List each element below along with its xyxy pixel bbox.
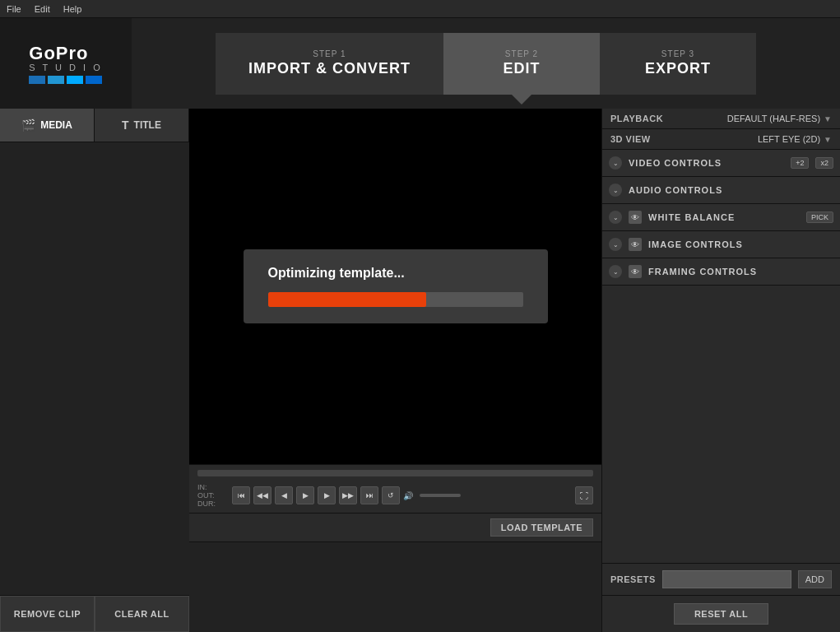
tab-title[interactable]: T TITLE — [95, 109, 189, 142]
presets-label: PRESETS — [610, 574, 656, 584]
playback-section: PLAYBACK DEFAULT (HALF-RES) ▼ — [602, 109, 840, 129]
clear-all-button[interactable]: CLEAR ALL — [95, 596, 189, 632]
loop-button[interactable]: ↺ — [382, 486, 400, 504]
view3d-label: 3D VIEW — [610, 134, 651, 144]
framing-controls-section: ⌄ 👁 FRAMING CONTROLS — [602, 258, 840, 286]
white-balance-eye[interactable]: 👁 — [629, 211, 642, 224]
image-controls-section: ⌄ 👁 IMAGE CONTROLS — [602, 231, 840, 258]
load-template-button[interactable]: LOAD TEMPLATE — [490, 518, 593, 537]
progress-bar-background — [268, 292, 523, 307]
bottom-right: RESET ALL — [602, 595, 840, 632]
video-controls-bar: IN: OUT: DUR: ⏮ ◀◀ ◀ ▶ ▶ ▶▶ ⏭ ↺ 🔊 ⛶ — [189, 464, 601, 513]
step-forward-button[interactable]: ▶ — [318, 486, 336, 504]
media-icon: 🎬 — [21, 118, 35, 132]
playback-row: PLAYBACK DEFAULT (HALF-RES) ▼ — [610, 114, 832, 123]
left-tabs: 🎬 MEDIA T TITLE — [0, 109, 189, 142]
menu-file[interactable]: File — [7, 4, 21, 14]
playback-dropdown[interactable]: DEFAULT (HALF-RES) ▼ — [727, 114, 832, 123]
remove-clip-button[interactable]: REMOVE CLIP — [0, 596, 95, 632]
reset-all-button[interactable]: RESET ALL — [674, 603, 768, 625]
fullscreen-button[interactable]: ⛶ — [575, 486, 593, 504]
video-controls-chevron: ⌄ — [609, 156, 622, 170]
playback-value: DEFAULT (HALF-RES) — [727, 114, 820, 123]
dur-label: DUR: — [197, 500, 222, 508]
studio-text: S T U D I O — [29, 63, 102, 72]
playback-controls-row: IN: OUT: DUR: ⏮ ◀◀ ◀ ▶ ▶ ▶▶ ⏭ ↺ 🔊 ⛶ — [197, 483, 593, 508]
gopro-name: GoPro — [29, 43, 88, 64]
left-panel: 🎬 MEDIA T TITLE REMOVE CLIP CLEAR ALL — [0, 109, 189, 632]
image-controls-name: IMAGE CONTROLS — [648, 239, 833, 249]
prev-frame-button[interactable]: ◀◀ — [253, 486, 271, 504]
tab-title-label: TITLE — [134, 119, 161, 131]
left-media-content — [0, 142, 189, 595]
video-controls-section: ⌄ VIDEO CONTROLS +2 x2 — [602, 150, 840, 177]
framing-controls-chevron: ⌄ — [609, 265, 622, 278]
view3d-dropdown[interactable]: LEFT EYE (2D) ▼ — [758, 134, 832, 144]
white-balance-header[interactable]: ⌄ 👁 WHITE BALANCE PICK — [602, 204, 840, 230]
progress-title: Optimizing template... — [268, 266, 523, 281]
presets-add-button[interactable]: ADD — [798, 570, 832, 588]
step-3-name: EXPORT — [645, 60, 711, 77]
in-label: IN: — [197, 483, 222, 491]
audio-controls-name: AUDIO CONTROLS — [629, 185, 833, 195]
image-controls-chevron: ⌄ — [609, 238, 622, 251]
logo-area: GoPro S T U D I O — [0, 18, 132, 109]
tab-media[interactable]: 🎬 MEDIA — [0, 109, 95, 142]
step-back-button[interactable]: ◀ — [275, 486, 293, 504]
step-1-button[interactable]: STEP 1 IMPORT & CONVERT — [216, 33, 443, 95]
step-2-name: EDIT — [503, 60, 540, 77]
menu-edit[interactable]: Edit — [35, 4, 50, 14]
white-balance-pick[interactable]: PICK — [806, 211, 833, 223]
audio-controls-section: ⌄ AUDIO CONTROLS — [602, 177, 840, 204]
white-balance-chevron: ⌄ — [609, 211, 622, 224]
video-preview: Optimizing template... — [189, 109, 601, 464]
center-panel: Optimizing template... IN: OUT: DUR: ⏮ ◀… — [189, 109, 601, 632]
logo-block-2 — [48, 76, 64, 84]
playback-dropdown-arrow: ▼ — [824, 114, 832, 123]
step-2-number: STEP 2 — [505, 49, 538, 58]
right-panel: PLAYBACK DEFAULT (HALF-RES) ▼ 3D VIEW LE… — [601, 109, 840, 632]
out-label: OUT: — [197, 491, 222, 500]
audio-controls-chevron: ⌄ — [609, 184, 622, 197]
video-badge-1: +2 — [791, 157, 809, 169]
logo-block-3 — [67, 76, 83, 84]
controls-list: ⌄ VIDEO CONTROLS +2 x2 ⌄ AUDIO CONTROLS … — [602, 150, 840, 563]
image-controls-header[interactable]: ⌄ 👁 IMAGE CONTROLS — [602, 231, 840, 258]
framing-controls-eye[interactable]: 👁 — [629, 265, 642, 278]
step-1-number: STEP 1 — [313, 49, 346, 58]
gopro-logo: GoPro S T U D I O — [29, 43, 102, 84]
video-controls-header[interactable]: ⌄ VIDEO CONTROLS +2 x2 — [602, 150, 840, 176]
view3d-section: 3D VIEW LEFT EYE (2D) ▼ — [602, 129, 840, 150]
framing-controls-header[interactable]: ⌄ 👁 FRAMING CONTROLS — [602, 258, 840, 285]
volume-icon: 🔊 — [403, 491, 413, 500]
view3d-value: LEFT EYE (2D) — [758, 134, 820, 144]
tab-media-label: MEDIA — [40, 119, 72, 131]
timeline-track[interactable] — [197, 470, 593, 476]
menubar: File Edit Help — [0, 0, 840, 18]
menu-help[interactable]: Help — [63, 4, 82, 14]
step-3-number: STEP 3 — [661, 49, 694, 58]
main-layout: 🎬 MEDIA T TITLE REMOVE CLIP CLEAR ALL Op… — [0, 109, 840, 632]
step-2-button[interactable]: STEP 2 EDIT — [443, 33, 600, 95]
logo-blocks — [29, 76, 102, 84]
progress-bar-fill — [268, 292, 426, 307]
play-button[interactable]: ▶ — [296, 486, 314, 504]
presets-area: PRESETS ADD — [602, 563, 840, 595]
bottom-left-buttons: REMOVE CLIP CLEAR ALL — [0, 595, 189, 632]
next-frame-button[interactable]: ▶▶ — [339, 486, 357, 504]
audio-controls-header[interactable]: ⌄ AUDIO CONTROLS — [602, 177, 840, 203]
title-icon: T — [122, 118, 129, 132]
image-controls-eye[interactable]: 👁 — [629, 238, 642, 251]
logo-block-1 — [29, 76, 45, 84]
skip-end-button[interactable]: ⏭ — [360, 486, 378, 504]
playback-label: PLAYBACK — [610, 114, 663, 123]
step-3-button[interactable]: STEP 3 EXPORT — [600, 33, 756, 95]
white-balance-section: ⌄ 👁 WHITE BALANCE PICK — [602, 204, 840, 231]
load-template-bar: LOAD TEMPLATE — [189, 513, 601, 541]
timeline-area — [189, 541, 601, 632]
video-badge-2: x2 — [815, 157, 833, 169]
skip-start-button[interactable]: ⏮ — [232, 486, 250, 504]
volume-slider[interactable] — [420, 494, 461, 497]
presets-input[interactable] — [662, 570, 791, 588]
progress-dialog: Optimizing template... — [244, 249, 548, 323]
